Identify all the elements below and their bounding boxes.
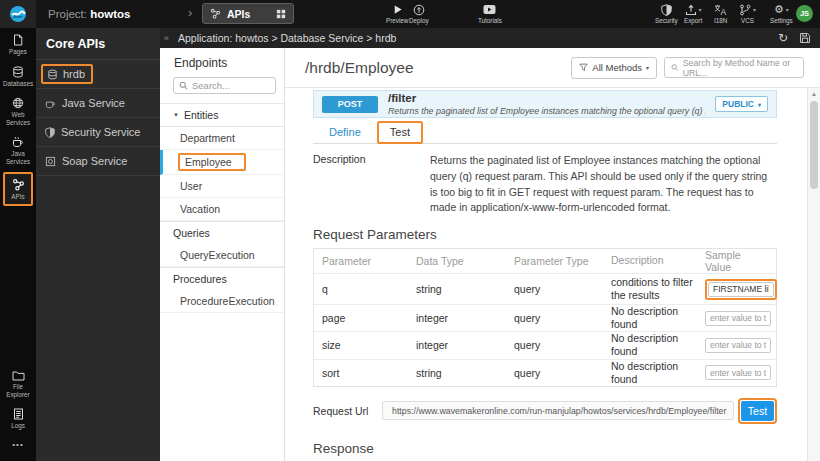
translate-icon: A	[714, 4, 727, 16]
deploy-icon	[413, 4, 425, 16]
endpoint-item-vacation[interactable]: Vacation	[160, 198, 284, 221]
table-header-row: Parameter Data Type Parameter Type Descr…	[314, 249, 776, 273]
sidebar-item-web-services[interactable]: Web Services	[0, 91, 36, 130]
request-url-row: Request Url https://www.wavemakeronline.…	[313, 398, 777, 424]
wavemaker-logo[interactable]	[0, 0, 36, 28]
table-row: size integer query No description found	[314, 331, 776, 358]
deploy-button[interactable]: Deploy	[409, 3, 429, 24]
core-api-item-soap-service[interactable]: Soap Service	[36, 147, 160, 176]
refresh-icon[interactable]: ↻	[778, 33, 788, 44]
chevron-right-icon: ›	[188, 5, 192, 20]
tab-test[interactable]: Test	[377, 121, 423, 144]
methods-filter-dropdown[interactable]: All Methods ▾	[571, 57, 657, 79]
api-detail-header: /hrdb/Employee All Methods ▾ Search by M…	[285, 48, 820, 88]
save-icon[interactable]	[799, 32, 811, 44]
page-icon	[12, 34, 24, 46]
request-parameters-table: Parameter Data Type Parameter Type Descr…	[313, 248, 777, 387]
breadcrumb: Application: howtos > Database Service >…	[178, 32, 778, 44]
sample-value-input-sort[interactable]	[705, 365, 771, 380]
tab-define[interactable]: Define	[317, 126, 373, 143]
response-heading: Response	[313, 441, 777, 456]
core-apis-title: Core APIs	[36, 28, 160, 60]
folder-icon	[12, 370, 25, 381]
page-scrollbar[interactable]: ▲	[807, 88, 820, 461]
svg-text:A: A	[721, 7, 727, 16]
request-url-value[interactable]: https://www.wavemakeronline.com/run-manj…	[382, 401, 734, 420]
project-name: Project: howtos	[48, 8, 130, 20]
description-label: Description	[313, 153, 430, 216]
endpoint-item-procedureexecution[interactable]: ProcedureExecution	[160, 290, 284, 313]
left-nav-bottom-group: File Explorer Logs •••	[0, 364, 36, 455]
endpoint-item-user[interactable]: User	[160, 175, 284, 198]
globe-icon	[12, 97, 24, 109]
apis-workspace-tab[interactable]: APIs	[202, 3, 294, 24]
sidebar-item-file-explorer[interactable]: File Explorer	[0, 364, 36, 402]
table-row: page integer query No description found	[314, 304, 776, 331]
api-detail-panel: /hrdb/Employee All Methods ▾ Search by M…	[285, 48, 820, 461]
method-search-input[interactable]: Search by Method Name or URL...	[664, 57, 804, 78]
play-icon	[392, 4, 403, 15]
scroll-up-icon[interactable]: ▲	[808, 88, 820, 97]
core-api-item-java-service[interactable]: Java Service	[36, 89, 160, 118]
description-text: Returns the paginated list of Employee i…	[430, 153, 777, 216]
coffee-icon	[45, 98, 56, 109]
sample-value-input-q[interactable]	[708, 282, 774, 297]
preview-button[interactable]: Preview	[386, 3, 408, 24]
sidebar-item-databases[interactable]: Databases	[0, 60, 36, 92]
api-detail-scroll-area: POST /filter Returns the paginated list …	[285, 88, 807, 461]
export-icon	[685, 4, 697, 16]
request-url-label: Request Url	[313, 405, 382, 417]
endpoints-section-queries[interactable]: Queries	[160, 221, 284, 244]
sidebar-item-apis[interactable]: APIs	[3, 172, 33, 206]
grid-icon[interactable]	[276, 9, 286, 19]
left-nav-bar: Pages Databases Web Services Java Servic…	[0, 28, 36, 461]
chevron-down-icon: ▾	[699, 6, 702, 13]
search-icon	[671, 63, 679, 72]
shield-icon	[45, 127, 55, 138]
chevron-down-icon: ▾	[758, 101, 761, 108]
endpoint-card-filter[interactable]: POST /filter Returns the paginated list …	[313, 90, 777, 118]
core-api-item-security-service[interactable]: Security Service	[36, 118, 160, 147]
collapse-arrow-icon: ▼	[173, 112, 179, 118]
coffee-icon	[12, 136, 24, 148]
api-icon	[12, 178, 25, 191]
chevron-down-icon: ▾	[753, 6, 756, 13]
endpoint-item-department[interactable]: Department	[160, 127, 284, 150]
endpoints-search-input[interactable]: Search...	[173, 77, 276, 94]
database-icon	[47, 69, 58, 80]
core-api-item-hrdb[interactable]: hrdb	[36, 60, 160, 89]
i18n-button[interactable]: A I18N	[714, 3, 727, 24]
test-button-annotation-highlight: Test	[738, 398, 777, 424]
tutorials-button[interactable]: Tutorials	[478, 3, 502, 24]
database-icon	[12, 66, 24, 78]
security-button[interactable]: Security	[655, 3, 678, 24]
endpoint-item-employee[interactable]: Employee	[160, 150, 284, 175]
export-button[interactable]: ▾ Export	[684, 3, 702, 24]
top-bar: Project: howtos › APIs Preview Deploy	[0, 0, 820, 28]
funnel-icon	[579, 63, 588, 72]
sample-value-input-page[interactable]	[705, 311, 771, 326]
request-parameters-heading: Request Parameters	[313, 227, 777, 242]
table-row: sort string query No description found	[314, 359, 776, 386]
sidebar-item-logs[interactable]: Logs	[0, 402, 36, 434]
collapse-panel-icon[interactable]: «	[160, 33, 178, 43]
api-icon	[210, 8, 221, 19]
test-button[interactable]: Test	[741, 401, 774, 421]
log-file-icon	[13, 408, 24, 420]
search-icon	[179, 81, 188, 90]
vcs-button[interactable]: ▾ VCS	[739, 3, 756, 24]
endpoint-tabs: Define Test	[313, 120, 777, 144]
endpoint-item-queryexecution[interactable]: QueryExecution	[160, 244, 284, 267]
visibility-dropdown[interactable]: PUBLIC ▾	[715, 96, 768, 112]
more-options-icon[interactable]: •••	[0, 434, 36, 455]
sidebar-item-java-services[interactable]: Java Services	[0, 130, 36, 169]
soap-icon	[45, 156, 56, 167]
endpoints-section-entities[interactable]: ▼ Entities	[160, 103, 284, 127]
hrdb-annotation-highlight: hrdb	[41, 64, 93, 84]
user-avatar[interactable]: JS	[796, 5, 813, 22]
sidebar-item-pages[interactable]: Pages	[0, 28, 36, 60]
settings-button[interactable]: ⚙ ▾ Settings	[770, 3, 793, 24]
sample-value-input-size[interactable]	[705, 338, 771, 353]
endpoints-section-procedures[interactable]: Procedures	[160, 267, 284, 290]
page-scrollbar-thumb[interactable]	[810, 101, 818, 189]
